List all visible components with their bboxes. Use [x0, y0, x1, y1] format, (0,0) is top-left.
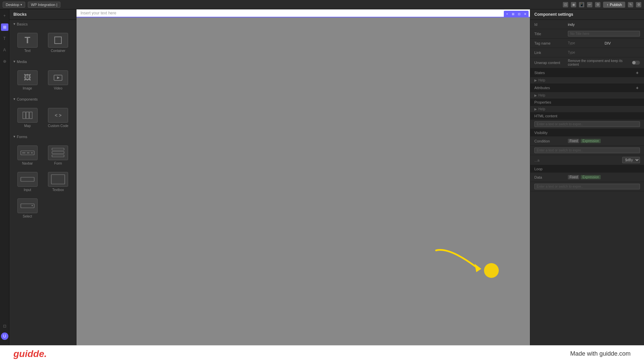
components-grid: Map < > Custom Code — [9, 103, 76, 132]
block-form[interactable]: Form — [44, 143, 72, 167]
block-map[interactable]: Map — [13, 106, 42, 130]
textbox-block-icon — [48, 172, 68, 187]
section-components[interactable]: ▾ Components — [9, 95, 76, 103]
section-basics[interactable]: ▾ Basics — [9, 20, 76, 28]
sidebar-add-icon[interactable]: + — [1, 12, 8, 19]
custom-code-block-icon: < > — [48, 108, 68, 123]
svg-rect-8 — [27, 152, 30, 154]
svg-rect-0 — [55, 37, 61, 44]
section-forms[interactable]: ▾ Forms — [9, 132, 76, 141]
properties-section[interactable]: Properties — [530, 99, 644, 106]
settings-icon[interactable]: ⚙ — [595, 2, 600, 7]
block-select[interactable]: Select — [13, 196, 42, 220]
link-label: Link — [534, 51, 568, 55]
tagname-label: Tag name — [534, 41, 568, 45]
svg-rect-13 — [21, 177, 34, 181]
data-fixed-tag[interactable]: Fixed — [568, 175, 579, 179]
block-container[interactable]: Container — [44, 31, 72, 55]
map-block-label: Map — [24, 124, 31, 128]
row-tagname: Tag name Type DIV — [530, 39, 644, 48]
canvas-area[interactable]: Insert your text here + ⊞ ⊡ ✕ — [76, 9, 530, 345]
help-row-2[interactable]: ▶ Help — [530, 92, 644, 99]
states-add-button[interactable]: + — [635, 70, 640, 75]
html-content-input[interactable] — [534, 121, 640, 127]
row-id: Id indy — [530, 20, 644, 29]
pen-icon[interactable]: ✎ — [628, 2, 633, 7]
sidebar-components-icon[interactable]: ⊕ — [1, 58, 8, 65]
svg-rect-14 — [51, 175, 65, 184]
desktop-selector[interactable]: Desktop ▾ — [3, 2, 25, 8]
canvas-ctrl-delete[interactable]: ✕ — [523, 11, 528, 17]
block-image[interactable]: 🖼 Image — [13, 68, 42, 92]
top-bar: Desktop ▾ WP Integration | ⊡ ◉ 📱 ↩ ⚙ ↑ P… — [0, 0, 644, 9]
form-block-label: Form — [54, 162, 62, 165]
help-row-3[interactable]: ▶ Help — [530, 106, 644, 112]
unwrap-toggle[interactable] — [632, 61, 640, 65]
canvas-ctrl-settings[interactable]: ⊞ — [511, 11, 516, 17]
form-block-icon — [48, 145, 68, 160]
svg-rect-11 — [52, 152, 64, 154]
navbar-block-icon — [17, 145, 38, 160]
condition-expression-tag[interactable]: Expression — [581, 139, 600, 143]
collapse-media-icon: ▾ — [13, 59, 15, 64]
block-navbar[interactable]: Navbar — [13, 143, 42, 167]
block-text[interactable]: T Text — [13, 31, 42, 55]
device-icon[interactable]: 📱 — [579, 2, 584, 7]
attributes-add-button[interactable]: + — [635, 85, 640, 90]
loop-section[interactable]: Loop — [530, 165, 644, 173]
sidebar-user-icon[interactable]: U — [1, 333, 8, 340]
visibility-section[interactable]: Visibility — [530, 129, 644, 136]
condition-input[interactable] — [534, 147, 640, 153]
block-input[interactable]: Input — [13, 170, 42, 194]
canvas-placeholder: Insert your text here — [80, 11, 116, 15]
input-block-label: Input — [24, 188, 31, 192]
block-textbox[interactable]: Textbox — [44, 170, 72, 194]
row-condition: Condition Fixed Expression — [530, 136, 644, 146]
publish-button[interactable]: ↑ Publish — [603, 2, 625, 8]
sidebar-style-icon[interactable]: A — [1, 46, 8, 54]
gear-icon[interactable]: ⚙ — [636, 2, 641, 7]
block-video[interactable]: Video — [44, 68, 72, 92]
desktop-label: Desktop — [6, 3, 19, 7]
data-label: Data — [534, 175, 568, 179]
svg-rect-5 — [30, 112, 32, 119]
title-input[interactable] — [568, 31, 640, 37]
sidebar-text-icon[interactable]: T — [1, 35, 8, 42]
help-row-1[interactable]: ▶ Help — [530, 77, 644, 83]
preview-icon[interactable]: ⊡ — [563, 2, 568, 7]
select-block-icon — [17, 198, 38, 213]
html-content-section[interactable]: HTML content — [530, 112, 644, 120]
condition-fixed-tag[interactable]: Fixed — [568, 139, 579, 143]
collapse-icon: ▾ — [13, 22, 15, 26]
media-grid: 🖼 Image Video — [9, 66, 76, 95]
canvas-ctrl-add[interactable]: + — [504, 11, 510, 17]
id-label: Id — [534, 22, 568, 26]
help-label-3: Help — [538, 107, 545, 111]
svg-rect-7 — [22, 152, 25, 154]
data-input[interactable] — [534, 184, 640, 189]
link-type-label: Type — [568, 51, 640, 54]
eye-icon[interactable]: ◉ — [571, 2, 576, 7]
basics-grid: T Text Container — [9, 28, 76, 57]
forms-grid: Navbar Form Input Textbox — [9, 141, 76, 223]
svg-marker-16 — [32, 205, 33, 206]
section-media[interactable]: ▾ Media — [9, 57, 76, 66]
data-expression-tag[interactable]: Expression — [581, 175, 600, 179]
sidebar-grid-icon[interactable]: ⊡ — [1, 322, 8, 330]
bindby-select[interactable]: $dBy — [622, 157, 640, 163]
panel-title: Component settings — [530, 9, 644, 20]
collapse-components-icon: ▾ — [13, 97, 15, 101]
canvas-ctrl-copy[interactable]: ⊡ — [517, 11, 522, 17]
input-block-icon — [17, 172, 38, 187]
navbar-block-label: Navbar — [22, 162, 33, 165]
canvas-insert-bar[interactable]: Insert your text here — [76, 9, 530, 17]
row-data-input — [530, 182, 644, 191]
integration-selector[interactable]: WP Integration | — [28, 2, 60, 8]
tagname-type-label: Type — [568, 41, 603, 45]
block-custom-code[interactable]: < > Custom Code — [44, 106, 72, 130]
sidebar-blocks-icon[interactable]: ⊞ — [1, 23, 8, 31]
states-section[interactable]: States + — [530, 68, 644, 77]
attributes-section[interactable]: Attributes + — [530, 83, 644, 92]
undo-icon[interactable]: ↩ — [587, 2, 592, 7]
tagname-type-value: DIV — [605, 41, 640, 45]
